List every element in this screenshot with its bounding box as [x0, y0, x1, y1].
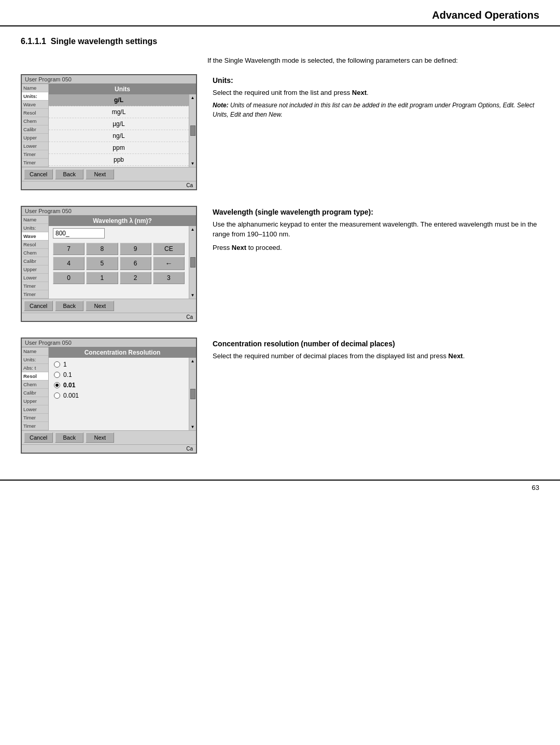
wavelength-heading: Wavelength (single wavelength program ty…	[213, 208, 539, 216]
resolution-item-01[interactable]: 0.1	[54, 371, 184, 378]
res-sidebar-name: Name	[22, 347, 48, 356]
wavelength-footer: Cancel Back Next	[22, 299, 196, 313]
sidebar-timer2: Timer	[22, 159, 48, 167]
wl-scroll-down[interactable]: ▼	[191, 293, 195, 298]
scroll-up-arrow[interactable]: ▲	[191, 95, 195, 100]
wavelength-back-button[interactable]: Back	[55, 301, 83, 311]
numpad-1[interactable]: 1	[86, 272, 118, 284]
resolution-dialog-title: Concentration Resolution	[49, 347, 196, 358]
header-title: Advanced Operations	[432, 9, 539, 21]
res-scroll-thumb[interactable]	[190, 389, 195, 399]
resolution-panel-col: User Program 050 Name Units: Abs: t Reso…	[21, 338, 197, 454]
numpad-ce[interactable]: CE	[153, 243, 185, 255]
res-sidebar-lower: Lower	[22, 405, 48, 414]
resolution-item-0001[interactable]: 0.001	[54, 392, 184, 399]
units-scrollbar[interactable]: ▲ ▼	[189, 94, 196, 167]
wavelength-main: Wavelength λ (nm)? 7 8 9	[49, 216, 196, 299]
unit-ppm[interactable]: ppm	[49, 142, 189, 154]
resolution-cancel-button[interactable]: Cancel	[24, 432, 53, 443]
page-header: Advanced Operations	[0, 0, 560, 26]
res-sidebar-resol: Resol	[22, 372, 48, 381]
wavelength-ca-label: Ca	[186, 314, 193, 320]
units-panel-col: User Program 050 Name Units: Wave Resol …	[21, 74, 197, 190]
numpad-6[interactable]: 6	[120, 257, 151, 270]
wavelength-dialog-title: Wavelength λ (nm)?	[49, 216, 196, 226]
units-list[interactable]: g/L mg/L µg/L ng/L ppm ppb	[49, 94, 189, 167]
radio-0001[interactable]	[54, 392, 60, 399]
resolution-list: 1 0.1 0.01	[49, 358, 189, 430]
wavelength-sidebar: Name Units: Wave Resol Chem Calibr Upper…	[22, 216, 49, 299]
radio-01[interactable]	[54, 372, 60, 378]
wavelength-scrollbar[interactable]: ▲ ▼	[189, 226, 196, 299]
units-panel-header: User Program 050	[22, 75, 196, 84]
res-scroll-down[interactable]: ▼	[191, 425, 195, 429]
scroll-down-arrow[interactable]: ▼	[191, 161, 195, 166]
scroll-thumb[interactable]	[190, 125, 195, 136]
res-sidebar-abst: Abs: t	[22, 364, 48, 372]
numpad-5[interactable]: 5	[86, 257, 118, 270]
wl-sidebar-upper: Upper	[22, 265, 48, 274]
unit-ngl[interactable]: ng/L	[49, 130, 189, 142]
res-sidebar-calibr: Calibr	[22, 389, 48, 397]
page-footer: 63	[0, 480, 560, 495]
res-sidebar-timer1: Timer	[22, 414, 48, 422]
resolution-label-001: 0.01	[63, 382, 75, 389]
res-scroll-up[interactable]: ▲	[191, 359, 195, 363]
resolution-next-button[interactable]: Next	[86, 432, 114, 443]
resolution-body: Select the required number of decimal pl…	[213, 351, 539, 361]
wl-sidebar-wave: Wave	[22, 232, 48, 241]
units-body: Select the required unit from the list a…	[213, 88, 539, 98]
numpad-4[interactable]: 4	[53, 257, 85, 270]
resolution-back-button[interactable]: Back	[55, 432, 83, 443]
wl-sidebar-calibr: Calibr	[22, 257, 48, 265]
wl-sidebar-timer2: Timer	[22, 290, 48, 299]
section-title: 6.1.1.1 Single wavelength settings	[21, 37, 539, 46]
res-sidebar-upper: Upper	[22, 397, 48, 405]
resolution-device-panel: User Program 050 Name Units: Abs: t Reso…	[21, 338, 197, 454]
resolution-main: Concentration Resolution 1 0.	[49, 347, 196, 430]
wavelength-panel-col: User Program 050 Name Units: Wave Resol …	[21, 206, 197, 322]
numpad-backspace[interactable]: ←	[153, 257, 185, 270]
sidebar-name: Name	[22, 84, 48, 92]
numpad-9[interactable]: 9	[120, 243, 151, 255]
resolution-scrollbar[interactable]: ▲ ▼	[189, 358, 196, 430]
units-cancel-button[interactable]: Cancel	[24, 169, 53, 179]
numpad-0[interactable]: 0	[53, 272, 85, 284]
resolution-heading: Concentration resolution (number of deci…	[213, 340, 539, 348]
wavelength-panel-header: User Program 050	[22, 207, 196, 216]
unit-ugl[interactable]: µg/L	[49, 118, 189, 130]
radio-001[interactable]	[54, 382, 60, 388]
wl-sidebar-timer1: Timer	[22, 282, 48, 290]
units-heading: Units:	[213, 76, 539, 85]
wavelength-body2: Press Next to proceed.	[213, 243, 539, 253]
wavelength-next-button[interactable]: Next	[86, 301, 114, 311]
res-sidebar-timer2: Timer	[22, 422, 48, 430]
page-number: 63	[532, 484, 539, 491]
unit-ppb[interactable]: ppb	[49, 154, 189, 166]
resolution-footer: Cancel Back Next	[22, 430, 196, 444]
units-footer: Cancel Back Next	[22, 167, 196, 181]
wavelength-cancel-button[interactable]: Cancel	[24, 301, 53, 311]
resolution-item-001[interactable]: 0.01	[54, 382, 184, 389]
units-back-button[interactable]: Back	[55, 169, 83, 179]
units-device-panel: User Program 050 Name Units: Wave Resol …	[21, 74, 197, 190]
resolution-item-1[interactable]: 1	[54, 361, 184, 368]
sidebar-units: Units:	[22, 92, 48, 101]
wl-scroll-thumb[interactable]	[190, 257, 195, 268]
radio-1[interactable]	[54, 361, 60, 368]
wl-scroll-up[interactable]: ▲	[191, 227, 195, 232]
resolution-ca-row: Ca	[22, 444, 196, 453]
units-ca-label: Ca	[186, 182, 193, 188]
numpad-7[interactable]: 7	[53, 243, 85, 255]
wavelength-ca-row: Ca	[22, 313, 196, 321]
units-next-button[interactable]: Next	[86, 169, 114, 179]
unit-gl[interactable]: g/L	[49, 94, 189, 106]
sidebar-upper: Upper	[22, 134, 48, 142]
units-main: Units g/L mg/L µg/L ng/L ppm ppb	[49, 84, 196, 167]
page-content: 6.1.1.1 Single wavelength settings If th…	[0, 26, 560, 480]
numpad-8[interactable]: 8	[86, 243, 118, 255]
wavelength-input[interactable]	[53, 228, 105, 238]
unit-mgl[interactable]: mg/L	[49, 106, 189, 118]
numpad-2[interactable]: 2	[120, 272, 151, 284]
numpad-3[interactable]: 3	[153, 272, 185, 284]
